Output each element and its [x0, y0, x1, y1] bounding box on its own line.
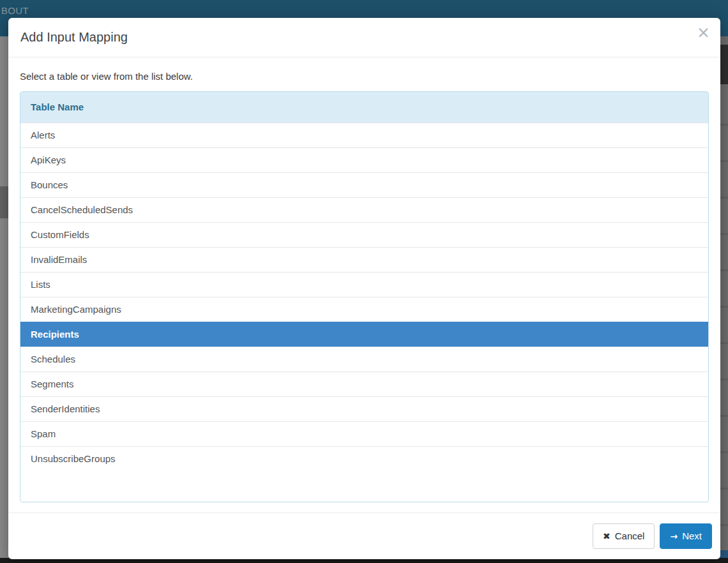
x-icon: ✖ [603, 530, 610, 543]
table-row[interactable]: CustomFields [20, 222, 708, 247]
table-row[interactable]: CancelScheduledSends [20, 197, 708, 222]
table-name-column-header: Table Name [20, 92, 708, 123]
add-input-mapping-modal: Add Input Mapping × Select a table or vi… [8, 18, 720, 559]
table-body: AlertsApiKeysBouncesCancelScheduledSends… [20, 123, 708, 471]
table-row[interactable]: Spam [20, 421, 708, 446]
table-list: Table Name AlertsApiKeysBouncesCancelSch… [20, 91, 709, 502]
table-row[interactable]: Bounces [20, 172, 708, 197]
cancel-button[interactable]: ✖ Cancel [593, 523, 655, 549]
table-row[interactable]: UnsubscribeGroups [20, 446, 708, 471]
table-row[interactable]: Recipients [20, 322, 708, 347]
table-row[interactable]: Alerts [20, 123, 708, 147]
cancel-button-label: Cancel [615, 530, 645, 543]
table-row[interactable]: Schedules [20, 347, 708, 372]
table-row[interactable]: ApiKeys [20, 147, 708, 172]
modal-header: Add Input Mapping × [8, 18, 720, 57]
instruction-text: Select a table or view from the list bel… [20, 71, 709, 82]
table-row[interactable]: SenderIdentities [20, 396, 708, 421]
modal-body: Select a table or view from the list bel… [8, 57, 720, 513]
modal-title: Add Input Mapping [20, 30, 128, 45]
table-row[interactable]: MarketingCampaigns [20, 297, 708, 322]
table-row[interactable]: Lists [20, 272, 708, 297]
next-button-label: Next [682, 530, 702, 543]
table-row[interactable]: InvalidEmails [20, 247, 708, 272]
table-row[interactable]: Segments [20, 372, 708, 396]
next-button[interactable]: → Next [660, 523, 712, 549]
arrow-right-icon: → [670, 530, 678, 543]
modal-footer: ✖ Cancel → Next [8, 513, 720, 559]
close-icon[interactable]: × [697, 24, 710, 40]
